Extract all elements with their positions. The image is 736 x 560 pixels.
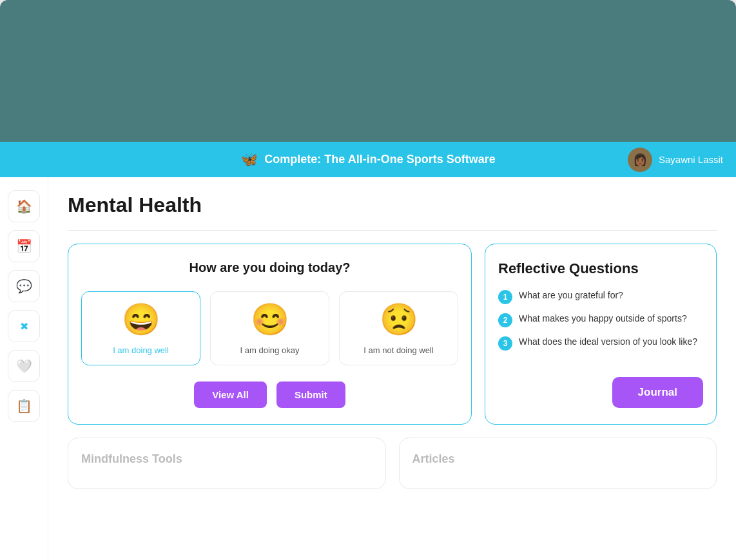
sidebar-item-documents[interactable]: 📋 <box>8 390 40 422</box>
user-name: Sayawni Lassit <box>659 154 723 165</box>
page-content: Mental Health How are you doing today? 😄… <box>48 177 736 560</box>
journal-btn-wrap: Journal <box>498 377 703 408</box>
mood-option-okay[interactable]: 😊 I am doing okay <box>210 291 329 365</box>
sidebar-item-health[interactable]: 🤍 <box>8 350 40 382</box>
main-area: 🏠 📅 💬 ✖ 🤍 📋 Mental Health How are you do… <box>0 177 736 560</box>
avatar: 👩🏾 <box>628 148 652 172</box>
reflective-text-3: What does the ideal version of you look … <box>519 336 697 347</box>
mood-option-not-well[interactable]: 😟 I am not doing well <box>339 291 458 365</box>
sidebar-item-home[interactable]: 🏠 <box>8 190 40 222</box>
reflective-num-1: 1 <box>498 290 512 304</box>
emoji-not-well: 😟 <box>380 302 418 338</box>
brand-name: Complete: The All-in-One Sports Software <box>264 153 495 166</box>
sidebar-item-tools[interactable]: ✖ <box>8 310 40 342</box>
reflective-item-2: 2 What makes you happy outside of sports… <box>498 313 703 327</box>
mood-question: How are you doing today? <box>81 260 458 275</box>
cards-row: How are you doing today? 😄 I am doing we… <box>68 244 717 425</box>
mood-card: How are you doing today? 😄 I am doing we… <box>68 244 472 425</box>
journal-button[interactable]: Journal <box>612 377 703 408</box>
reflective-item-3: 3 What does the ideal version of you loo… <box>498 336 703 351</box>
top-nav: 🦋 Complete: The All-in-One Sports Softwa… <box>0 142 736 177</box>
articles-card[interactable]: Articles <box>399 438 717 489</box>
mindfulness-title: Mindfulness Tools <box>81 452 373 466</box>
mood-option-well[interactable]: 😄 I am doing well <box>81 291 200 365</box>
submit-button[interactable]: Submit <box>276 381 345 408</box>
browser-chrome <box>0 0 736 142</box>
emoji-okay: 😊 <box>251 302 289 338</box>
mindfulness-card[interactable]: Mindfulness Tools <box>68 438 386 489</box>
user-area[interactable]: 👩🏾 Sayawni Lassit <box>628 148 723 172</box>
reflective-text-2: What makes you happy outside of sports? <box>519 313 687 323</box>
mood-label-well: I am doing well <box>113 345 169 355</box>
view-all-button[interactable]: View All <box>194 381 267 408</box>
brand-area: 🦋 Complete: The All-in-One Sports Softwa… <box>240 151 495 168</box>
mood-actions: View All Submit <box>81 381 458 408</box>
butterfly-icon: 🦋 <box>240 151 258 168</box>
mood-label-not-well: I am not doing well <box>363 345 433 355</box>
reflective-title: Reflective Questions <box>498 260 703 277</box>
reflective-card: Reflective Questions 1 What are you grat… <box>485 244 717 425</box>
reflective-num-3: 3 <box>498 336 512 351</box>
sidebar-item-calendar[interactable]: 📅 <box>8 230 40 262</box>
bottom-cards-row: Mindfulness Tools Articles <box>68 438 717 489</box>
divider <box>68 230 717 231</box>
reflective-item-1: 1 What are you grateful for? <box>498 290 703 304</box>
emoji-well: 😄 <box>122 302 160 338</box>
mood-label-okay: I am doing okay <box>240 345 300 355</box>
mood-options: 😄 I am doing well 😊 I am doing okay 😟 I … <box>81 291 458 365</box>
page-title: Mental Health <box>68 193 717 217</box>
articles-title: Articles <box>412 452 704 466</box>
reflective-list: 1 What are you grateful for? 2 What make… <box>498 290 703 358</box>
sidebar-item-messages[interactable]: 💬 <box>8 270 40 302</box>
sidebar: 🏠 📅 💬 ✖ 🤍 📋 <box>0 177 48 560</box>
reflective-text-1: What are you grateful for? <box>519 290 623 300</box>
reflective-num-2: 2 <box>498 313 512 327</box>
